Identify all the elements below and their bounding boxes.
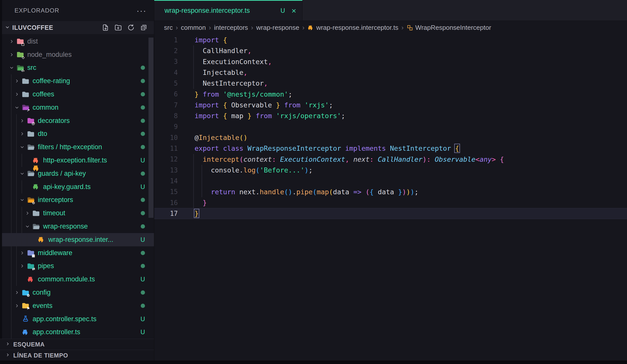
- tree-folder-wrap-response[interactable]: wrap-response: [0, 220, 154, 233]
- line-number: 7: [154, 101, 178, 109]
- code-line-17[interactable]: 17}: [154, 208, 627, 219]
- sidebar-scrollbar[interactable]: [148, 38, 153, 218]
- tree-file-http-exception-filter-ts[interactable]: http-exception.filter.tsU: [0, 154, 154, 167]
- nestjs-file-icon: [27, 276, 35, 283]
- nestjs-file-icon: [38, 236, 45, 243]
- chevron-right-icon[interactable]: [15, 304, 20, 308]
- breadcrumb-item-src[interactable]: src: [164, 24, 173, 32]
- chevron-right-icon[interactable]: [20, 119, 25, 123]
- tree-folder-decorators[interactable]: @decorators: [0, 114, 154, 127]
- git-modified-dot: [138, 249, 148, 257]
- tab-close-icon[interactable]: ×: [291, 8, 296, 13]
- tree-folder-dto[interactable]: dto: [0, 127, 154, 141]
- code-line-4[interactable]: 4 Injectable,: [154, 67, 627, 78]
- tree-folder-pipes[interactable]: ⇄pipes: [0, 260, 154, 273]
- breadcrumb-item-wrapresponseinterceptor[interactable]: WrapResponseInterceptor: [407, 24, 491, 32]
- git-modified-dot: [138, 223, 148, 230]
- tree-folder-guards-api-key[interactable]: guards / api-key: [0, 167, 154, 180]
- tree-folder-events[interactable]: ⚑events: [0, 299, 154, 312]
- line-content: import {: [178, 36, 227, 44]
- code-line-12[interactable]: 12 intercept(context: ExecutionContext, …: [154, 154, 627, 165]
- chevron-right-icon[interactable]: [15, 79, 20, 83]
- code-line-16[interactable]: 16 }: [154, 197, 627, 208]
- tree-folder-filters-http-exception[interactable]: filters / http-exception: [0, 140, 154, 154]
- chevron-down-icon[interactable]: [20, 171, 25, 176]
- breadcrumb-separator: ›: [176, 24, 178, 32]
- folder-icon: [27, 170, 35, 177]
- breadcrumb-item-interceptors[interactable]: interceptors: [214, 24, 248, 32]
- line-content: intercept(context: ExecutionContext, nex…: [178, 155, 504, 163]
- chevron-right-icon[interactable]: [15, 290, 20, 295]
- code-line-14[interactable]: 14: [154, 175, 627, 186]
- line-number: 3: [154, 58, 178, 65]
- tree-folder-middleware[interactable]: ▦middleware: [0, 246, 154, 260]
- code-line-10[interactable]: 10@Injectable(): [154, 132, 627, 143]
- new-folder-icon[interactable]: [114, 24, 122, 32]
- breadcrumb-item-wrap-response-interceptor-ts[interactable]: wrap-response.interceptor.ts: [307, 24, 398, 32]
- folder-icon: @: [27, 117, 35, 124]
- code-line-9[interactable]: 9: [154, 121, 627, 132]
- project-section-header[interactable]: ILUVCOFFEE: [0, 21, 154, 34]
- explorer-actions: [101, 24, 154, 32]
- collapse-all-icon[interactable]: [140, 24, 147, 32]
- chevron-down-icon[interactable]: [20, 145, 25, 149]
- line-content: @Injectable(): [178, 134, 247, 141]
- code-line-15[interactable]: 15 return next.handle().pipe(map(data =>…: [154, 187, 627, 197]
- tree-file-app-controller-ts[interactable]: app.controller.tsU: [0, 326, 154, 339]
- code-line-8[interactable]: 8import { map } from 'rxjs/operators';: [154, 110, 627, 121]
- breadcrumb-item-common[interactable]: common: [181, 24, 206, 32]
- chevron-down-icon[interactable]: [25, 224, 31, 229]
- chevron-right-icon[interactable]: [25, 211, 31, 215]
- git-modified-dot: [138, 90, 148, 98]
- tab-wrap-response-interceptor[interactable]: wrap-response.interceptor.ts U ×: [154, 0, 302, 21]
- chevron-right-icon[interactable]: [20, 251, 25, 255]
- tree-file-app-controller-spec-ts[interactable]: app.controller.spec.tsU: [0, 312, 154, 326]
- line-number: 2: [154, 47, 178, 55]
- test-flask-icon: [22, 315, 29, 323]
- line-number: 4: [154, 69, 178, 76]
- chevron-right-icon[interactable]: [20, 132, 25, 136]
- refresh-icon[interactable]: [127, 24, 135, 32]
- tree-folder-common[interactable]: ↗common: [0, 101, 154, 114]
- code-line-7[interactable]: 7import { Observable } from 'rxjs';: [154, 100, 627, 110]
- tree-folder-node-modules[interactable]: ◇node_modules: [0, 48, 154, 61]
- tree-item-label: decorators: [38, 117, 70, 125]
- code-line-11[interactable]: 11export class WrapResponseInterceptor i…: [154, 143, 627, 154]
- code-line-6[interactable]: 6} from '@nestjs/common';: [154, 89, 627, 100]
- code-line-1[interactable]: 1import {: [154, 35, 627, 45]
- tree-file-wrap-response-inter-[interactable]: wrap-response.inter...U: [0, 233, 154, 246]
- code-line-5[interactable]: 5 NestInterceptor,: [154, 78, 627, 89]
- folder-icon: ⊙: [27, 196, 35, 204]
- tree-folder-interceptors[interactable]: ⊙interceptors: [0, 194, 154, 207]
- tree-folder-coffee-rating[interactable]: coffee-rating: [0, 74, 154, 88]
- breadcrumb-item-wrap-response[interactable]: wrap-response: [256, 24, 299, 32]
- chevron-right-icon[interactable]: [20, 264, 25, 268]
- tree-folder-coffees[interactable]: coffees: [0, 88, 154, 101]
- chevron-down-icon[interactable]: [15, 105, 20, 110]
- chevron-down-icon[interactable]: [20, 198, 25, 202]
- code-line-2[interactable]: 2 CallHandler,: [154, 45, 627, 56]
- section-outline[interactable]: ESQUEMA: [0, 339, 154, 350]
- code-line-13[interactable]: 13 console.log('Before...');: [154, 165, 627, 175]
- chevron-right-icon[interactable]: [15, 92, 20, 96]
- chevron-down-icon[interactable]: [10, 66, 15, 70]
- tree-folder-dist[interactable]: ▢dist: [0, 35, 154, 48]
- code-line-3[interactable]: 3 ExecutionContext,: [154, 56, 627, 67]
- tree-file-common-module-ts[interactable]: common.module.tsU: [0, 273, 154, 286]
- tree-file-api-key-guard-ts[interactable]: api-key.guard.tsU: [0, 180, 154, 194]
- tree-folder-config[interactable]: ⚙config: [0, 286, 154, 299]
- new-file-icon[interactable]: [101, 24, 109, 32]
- line-content: }: [178, 199, 207, 207]
- chevron-right-icon[interactable]: [10, 53, 15, 57]
- explorer-sidebar: EXPLORADOR ··· ILUVCOFFEE ▢dist◇node_mod…: [0, 0, 154, 361]
- indent-guide: [22, 180, 22, 194]
- nestjs-file-icon: [32, 157, 40, 164]
- chevron-right-icon[interactable]: [10, 39, 15, 44]
- section-timeline[interactable]: LÍNEA DE TIEMPO: [0, 350, 154, 361]
- tree-item-label: events: [33, 302, 53, 310]
- window-bottom-strip: [0, 361, 627, 364]
- code-editor[interactable]: 1import {2 CallHandler,3 ExecutionContex…: [154, 35, 627, 361]
- tree-folder-src[interactable]: ‹/›src: [0, 61, 154, 75]
- more-actions-icon[interactable]: ···: [136, 9, 146, 12]
- tree-folder-timeout[interactable]: timeout: [0, 207, 154, 220]
